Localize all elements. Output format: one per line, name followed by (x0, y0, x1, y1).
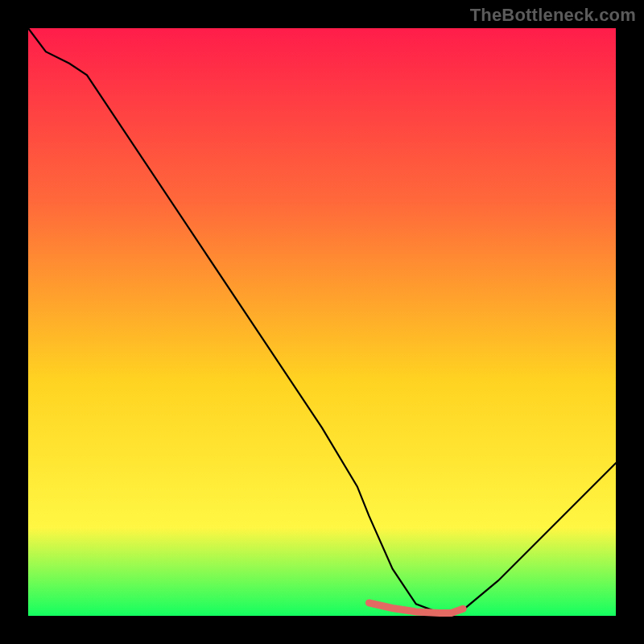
bottleneck-chart (0, 0, 644, 644)
chart-frame: { "watermark": "TheBottleneck.com", "col… (0, 0, 644, 644)
plot-background (28, 28, 616, 616)
